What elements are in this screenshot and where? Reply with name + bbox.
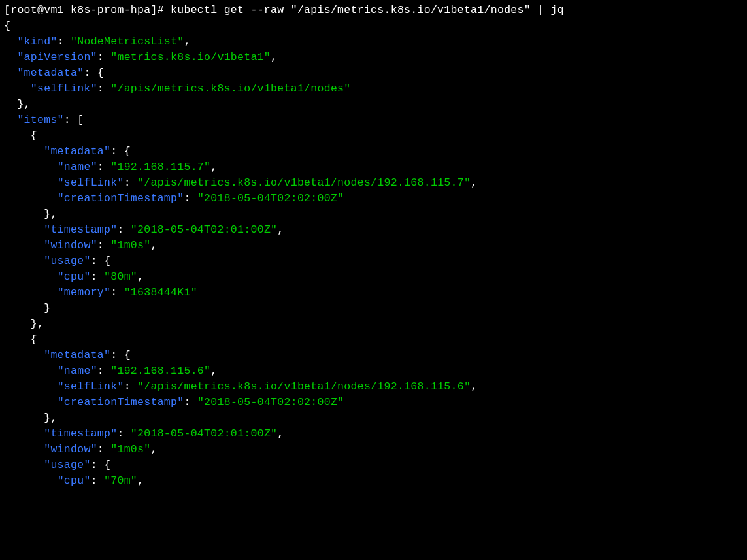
json-string: "2018-05-04T02:02:00Z" <box>197 396 344 408</box>
json-string: "1m0s" <box>110 239 150 252</box>
json-string: "2018-05-04T02:01:00Z" <box>131 223 277 236</box>
json-key: "items" <box>17 114 63 126</box>
shell-command: kubectl get --raw "/apis/metrics.k8s.io/… <box>164 4 564 16</box>
json-key: "metadata" <box>44 349 110 361</box>
json-string: "/apis/metrics.k8s.io/v1beta1/nodes/192.… <box>137 176 471 189</box>
json-key: "timestamp" <box>44 427 117 440</box>
json-string: "70m" <box>104 474 137 487</box>
json-string: "192.168.115.7" <box>110 161 210 173</box>
json-key: "selfLink" <box>58 176 124 189</box>
terminal-output: [root@vm1 k8s-prom-hpa]# kubectl get --r… <box>0 0 747 491</box>
json-key: "window" <box>44 443 97 455</box>
json-key: "usage" <box>44 255 90 267</box>
json-key: "name" <box>58 365 97 377</box>
json-string: "192.168.115.6" <box>110 365 210 377</box>
json-key: "metadata" <box>17 67 84 79</box>
json-key: "timestamp" <box>44 223 117 236</box>
json-key: "cpu" <box>58 271 91 283</box>
json-string: "metrics.k8s.io/v1beta1" <box>110 51 271 63</box>
json-string: "1m0s" <box>110 443 150 455</box>
json-string: "1638444Ki" <box>124 286 197 299</box>
json-key: "usage" <box>44 459 90 471</box>
json-key: "creationTimestamp" <box>58 192 184 205</box>
json-key: "metadata" <box>44 145 110 157</box>
json-key: "apiVersion" <box>17 51 97 63</box>
json-key: "memory" <box>58 286 111 299</box>
json-key: "cpu" <box>58 474 91 487</box>
json-key: "window" <box>44 239 97 252</box>
json-key: "selfLink" <box>31 82 97 95</box>
json-string: "/apis/metrics.k8s.io/v1beta1/nodes/192.… <box>137 380 471 393</box>
shell-prompt: [root@vm1 k8s-prom-hpa]# <box>4 4 164 16</box>
json-key: "creationTimestamp" <box>58 396 184 408</box>
json-string: "/apis/metrics.k8s.io/v1beta1/nodes" <box>110 82 350 95</box>
json-key: "selfLink" <box>58 380 124 393</box>
json-string: "80m" <box>104 271 137 283</box>
json-string: "2018-05-04T02:01:00Z" <box>131 427 277 440</box>
json-key: "kind" <box>17 35 57 48</box>
json-string: "NodeMetricsList" <box>71 35 184 48</box>
json-key: "name" <box>58 161 97 173</box>
json-string: "2018-05-04T02:02:00Z" <box>197 192 344 205</box>
